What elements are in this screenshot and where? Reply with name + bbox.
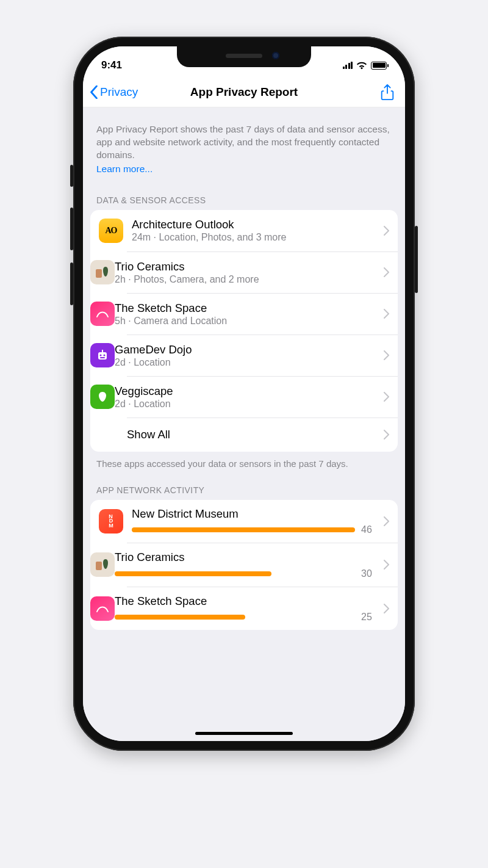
app-name: Veggiscape [115, 385, 378, 398]
app-name: New District Museum [132, 507, 378, 521]
share-icon [381, 84, 394, 100]
chevron-right-icon [383, 226, 389, 236]
app-name: The Sketch Space [115, 595, 378, 608]
app-row-sketch-space-net[interactable]: The Sketch Space 25 [127, 587, 398, 630]
app-icon [90, 260, 115, 284]
intro-text: App Privacy Report shows the past 7 days… [96, 124, 390, 160]
cellular-icon [343, 62, 353, 69]
svg-point-2 [100, 355, 102, 356]
share-button[interactable] [381, 77, 394, 107]
network-activity-list: NDM New District Museum 46 [90, 500, 398, 630]
chevron-right-icon [383, 350, 389, 360]
activity-bar [115, 615, 355, 620]
app-name: GameDev Dojo [115, 343, 378, 356]
section-header-data-sensor: DATA & SENSOR ACCESS [83, 182, 405, 210]
activity-bar [115, 571, 355, 576]
app-detail: 5h · Camera and Location [115, 316, 378, 327]
page-title: App Privacy Report [190, 85, 298, 99]
back-button[interactable]: Privacy [89, 77, 138, 107]
activity-value: 46 [361, 524, 378, 535]
app-detail: 2h · Photos, Camera, and 2 more [115, 274, 378, 285]
app-icon [90, 343, 115, 367]
app-detail: 2d · Location [115, 399, 378, 410]
app-row-sketch-space[interactable]: The Sketch Space 5h · Camera and Locatio… [127, 293, 398, 335]
svg-rect-5 [102, 350, 103, 352]
battery-icon [371, 62, 387, 70]
side-button [70, 262, 73, 305]
chevron-right-icon [383, 560, 389, 570]
intro-text-block: App Privacy Report shows the past 7 days… [83, 107, 405, 182]
app-detail: 24m · Location, Photos, and 3 more [132, 232, 378, 243]
chevron-right-icon [383, 392, 389, 402]
activity-value: 30 [361, 568, 378, 579]
app-icon: AO [99, 219, 123, 243]
wifi-icon [356, 62, 367, 70]
show-all-label: Show All [127, 428, 378, 441]
notch [177, 46, 311, 67]
app-icon [90, 552, 115, 577]
section-footer-data-sensor: These apps accessed your data or sensors… [83, 452, 405, 472]
app-name: Trio Ceramics [115, 260, 378, 273]
svg-point-3 [104, 355, 106, 356]
back-label: Privacy [100, 85, 138, 99]
app-row-trio-ceramics[interactable]: Trio Ceramics 2h · Photos, Camera, and 2… [127, 251, 398, 293]
learn-more-link[interactable]: Learn more... [96, 163, 392, 176]
svg-rect-4 [100, 357, 105, 358]
activity-bar [132, 527, 355, 532]
chevron-right-icon [383, 516, 389, 526]
svg-rect-1 [98, 352, 107, 360]
side-button [415, 226, 418, 293]
show-all-row[interactable]: Show All [127, 418, 398, 452]
content[interactable]: App Privacy Report shows the past 7 days… [83, 107, 405, 741]
app-name: Trio Ceramics [115, 551, 378, 564]
app-icon: NDM [99, 509, 123, 533]
screen: 9:41 Privacy App Privacy Report App Priv… [83, 46, 405, 741]
data-sensor-list: AO Architecture Outlook 24m · Location, … [90, 210, 398, 452]
side-button [70, 165, 73, 187]
chevron-right-icon [383, 267, 389, 277]
app-name: Architecture Outlook [132, 218, 378, 231]
chevron-right-icon [383, 309, 389, 319]
chevron-right-icon [383, 430, 389, 439]
app-icon [90, 385, 115, 409]
app-row-trio-ceramics-net[interactable]: Trio Ceramics 30 [127, 543, 398, 586]
app-icon [90, 302, 115, 326]
nav-bar: Privacy App Privacy Report [83, 77, 405, 107]
iphone-frame: 9:41 Privacy App Privacy Report App Priv… [73, 37, 415, 751]
app-row-architecture-outlook[interactable]: AO Architecture Outlook 24m · Location, … [90, 210, 398, 251]
svg-rect-0 [96, 269, 102, 278]
app-name: The Sketch Space [115, 302, 378, 315]
app-detail: 2d · Location [115, 357, 378, 368]
app-icon [90, 596, 115, 621]
activity-value: 25 [361, 612, 378, 623]
status-time: 9:41 [101, 59, 122, 71]
section-header-network: APP NETWORK ACTIVITY [83, 472, 405, 500]
home-indicator[interactable] [195, 732, 293, 735]
chevron-right-icon [383, 604, 389, 613]
chevron-left-icon [89, 85, 99, 99]
side-button [70, 208, 73, 250]
app-row-veggiscape[interactable]: Veggiscape 2d · Location [127, 376, 398, 418]
svg-rect-6 [96, 562, 102, 570]
app-row-new-district-museum[interactable]: NDM New District Museum 46 [90, 500, 398, 543]
app-row-gamedev-dojo[interactable]: GameDev Dojo 2d · Location [127, 335, 398, 376]
